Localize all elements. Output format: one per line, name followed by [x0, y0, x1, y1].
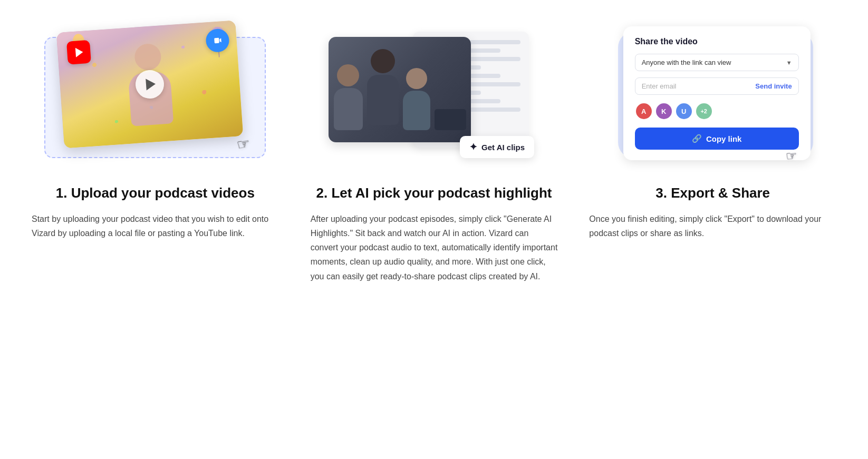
cursor-icon: ☞	[785, 148, 797, 164]
step1-body: Start by uploading your podcast video th…	[32, 212, 279, 240]
upload-illustration: ☞	[34, 21, 276, 169]
share-avatars: A K U +2	[635, 102, 799, 120]
copy-link-label: Copy link	[706, 134, 742, 143]
share-email-row: Enter email Send invite	[635, 77, 799, 95]
play-icon	[146, 78, 156, 90]
step2-heading: 2. Let AI pick your podcast highlight	[316, 184, 552, 202]
people-photo	[329, 37, 471, 142]
youtube-icon	[66, 40, 91, 65]
step3-body: Once you finish editing, simply click "E…	[589, 212, 836, 240]
people-photo-inner	[329, 37, 471, 142]
column-upload: ☞ 1. Upload your podcast videos Start by…	[32, 21, 279, 240]
avatar-2: K	[655, 102, 673, 120]
column-share: Share the video Anyone with the link can…	[589, 21, 836, 240]
link-icon: 🔗	[692, 134, 702, 143]
share-illustration: Share the video Anyone with the link can…	[602, 21, 824, 169]
send-invite-button[interactable]: Send invite	[755, 82, 792, 90]
step2-body: After uploading your podcast episodes, s…	[311, 212, 558, 284]
avatar-1: A	[635, 102, 653, 120]
column-ai: ✦ Get AI clips 2. Let AI pick your podca…	[311, 21, 558, 284]
share-dropdown[interactable]: Anyone with the link can view ▼	[635, 54, 799, 71]
share-card: Share the video Anyone with the link can…	[623, 26, 811, 160]
photo-card	[56, 20, 244, 148]
youtube-play-icon	[75, 47, 83, 57]
avatar-3: U	[675, 102, 693, 120]
chevron-down-icon: ▼	[786, 60, 792, 66]
page-container: ☞ 1. Upload your podcast videos Start by…	[0, 0, 868, 305]
avatar-overflow: +2	[695, 102, 713, 120]
step3-heading: 3. Export & Share	[655, 184, 770, 202]
ai-sparkle-icon: ✦	[469, 141, 477, 153]
ai-clip-label: Get AI clips	[481, 143, 525, 152]
ai-clip-badge[interactable]: ✦ Get AI clips	[460, 136, 534, 158]
step1-heading: 1. Upload your podcast videos	[56, 184, 255, 202]
email-placeholder[interactable]: Enter email	[642, 82, 756, 90]
share-dropdown-text: Anyone with the link can view	[642, 58, 731, 66]
copy-link-button[interactable]: 🔗 Copy link	[635, 128, 799, 150]
ai-illustration: ✦ Get AI clips	[329, 21, 539, 169]
share-card-title: Share the video	[635, 37, 799, 46]
